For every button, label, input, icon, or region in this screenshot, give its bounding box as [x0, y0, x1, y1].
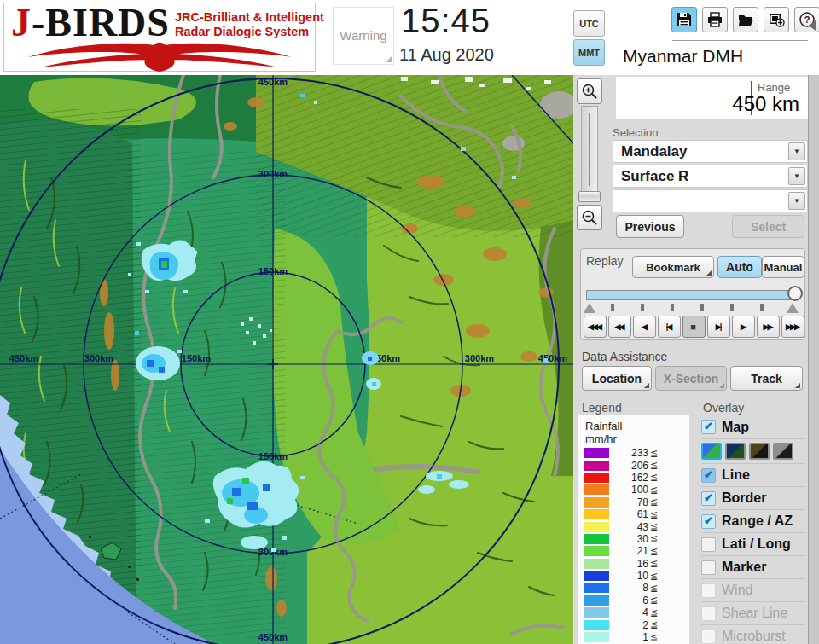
auto-button[interactable]: Auto	[717, 256, 762, 278]
wind-checkbox	[701, 583, 716, 598]
warning-label: Warning	[334, 28, 393, 43]
range-display: Range 450 km	[616, 77, 808, 119]
svg-text:150km: 150km	[182, 353, 211, 363]
map-style-terrain[interactable]	[701, 443, 722, 460]
step-forward-button[interactable]: ▶|	[707, 316, 730, 338]
logo-tagline-line1: JRC-Brilliant & Intelligent	[175, 10, 324, 25]
svg-text:300km: 300km	[258, 169, 288, 179]
border-checkbox[interactable]	[701, 491, 716, 506]
legend-swatch	[584, 595, 609, 606]
legend-entry: 8≦	[584, 582, 688, 594]
mmt-button[interactable]: MMT	[573, 39, 605, 66]
legend-swatch	[584, 448, 609, 458]
selection-label: Selection	[613, 126, 658, 139]
svg-text:450km: 450km	[258, 77, 288, 87]
jump-first-button[interactable]: ◀◀◀	[584, 316, 607, 338]
legend-entry: 21≦	[584, 545, 688, 557]
image-plus-icon	[768, 11, 785, 28]
overlay-item-range-az[interactable]: Range / AZ	[701, 509, 805, 532]
chevron-down-icon[interactable]: ▼	[788, 192, 805, 210]
extra-combo[interactable]: ▼	[613, 189, 808, 212]
slider-end-marker[interactable]	[787, 303, 799, 313]
legend-entry: 30≦	[584, 533, 688, 545]
line-checkbox[interactable]	[701, 468, 716, 483]
jump-last-button[interactable]: ▶▶▶	[781, 316, 804, 338]
play-button[interactable]: ▶	[732, 316, 755, 338]
step-back-button[interactable]: |◀	[658, 316, 681, 338]
zoom-slider-handle[interactable]	[578, 191, 601, 202]
track-button[interactable]: Track	[730, 366, 803, 391]
jbirds-logo: J-BIRDS JRC-Brilliant & Intelligent Rada…	[3, 3, 316, 72]
zoom-in-button[interactable]	[577, 78, 602, 104]
overlay-item-wind: Wind	[701, 578, 805, 601]
map-style-olive[interactable]	[749, 443, 770, 460]
legend-entry: 100≦	[584, 484, 688, 496]
overlay-item-line[interactable]: Line	[701, 463, 805, 486]
site-combo-value: Mandalay	[621, 143, 687, 160]
product-combo[interactable]: Surface R ▼	[613, 165, 808, 188]
fast-forward-button[interactable]: ▶▶	[757, 316, 780, 338]
radar-map[interactable]: 450km 300km 150km 150km 300km 450km 450k…	[0, 75, 573, 644]
range-az-checkbox[interactable]	[701, 514, 716, 529]
slider-start-marker[interactable]	[584, 303, 595, 313]
legend-swatch	[584, 534, 609, 544]
map-checkbox[interactable]	[701, 420, 716, 434]
panel-splitter[interactable]	[808, 75, 819, 644]
legend-swatch	[584, 473, 609, 483]
zoom-out-icon	[581, 209, 598, 226]
lati-long-checkbox[interactable]	[701, 537, 716, 552]
legend-entry: 78≦	[584, 496, 688, 508]
stop-button[interactable]: ■	[682, 316, 706, 338]
replay-slider-track[interactable]	[586, 290, 799, 300]
play-reverse-button[interactable]: ◀	[633, 316, 656, 338]
save-button[interactable]	[671, 7, 697, 32]
legend-swatch	[584, 497, 609, 508]
map-style-gray[interactable]	[773, 443, 793, 460]
replay-slider-handle[interactable]	[787, 286, 803, 301]
overlay-item-border[interactable]: Border	[701, 486, 805, 509]
site-combo[interactable]: Mandalay ▼	[613, 140, 808, 163]
chevron-down-icon[interactable]: ▼	[788, 142, 805, 160]
map-style-dark-blue[interactable]	[725, 443, 746, 460]
toolbar: ?	[671, 7, 819, 32]
utc-button[interactable]: UTC	[573, 10, 605, 37]
zoom-out-button[interactable]	[577, 205, 602, 230]
clock-time: 15:45	[401, 2, 491, 40]
open-folder-button[interactable]	[733, 7, 758, 32]
shear-line-checkbox	[701, 606, 716, 621]
bookmark-button[interactable]: Bookmark	[632, 256, 714, 278]
location-button[interactable]: Location	[582, 366, 652, 391]
fast-rewind-button[interactable]: ◀◀	[608, 316, 631, 338]
overlay-list: Map Line Border Range / AZ Lati / Long M…	[701, 415, 805, 644]
slider-tick	[760, 304, 764, 311]
folder-icon	[737, 11, 754, 28]
resize-grip-icon[interactable]	[386, 56, 392, 62]
replay-group: Replay Bookmark Auto Manual ◀◀◀ ◀◀ ◀ |◀ …	[580, 248, 805, 340]
marker-checkbox[interactable]	[701, 560, 716, 575]
capture-button[interactable]	[764, 7, 789, 32]
overlay-item-lati-long[interactable]: Lati / Long	[701, 532, 805, 555]
warning-selector[interactable]: Warning	[333, 7, 394, 65]
legend-entry: 6≦	[584, 595, 688, 606]
legend-unit-line1: Rainfall	[585, 420, 622, 432]
legend-entry: 1≦	[584, 631, 688, 643]
panel-collapse-arrow-icon[interactable]	[809, 20, 816, 31]
printer-icon	[706, 11, 723, 28]
data-assistance-label: Data Assistance	[582, 350, 667, 363]
rainfall-legend: Rainfall mm/hr 233≦ 206≦ 162≦ 100≦ 78≦ 6…	[578, 415, 689, 644]
previous-button[interactable]: Previous	[616, 215, 684, 238]
legend-swatch	[584, 509, 609, 519]
legend-entry: 16≦	[584, 558, 688, 570]
print-button[interactable]	[702, 7, 728, 32]
legend-swatch	[584, 632, 609, 642]
chevron-down-icon[interactable]: ▼	[788, 167, 805, 185]
legend-entry: 4≦	[584, 606, 688, 618]
replay-label: Replay	[586, 254, 624, 268]
overlay-item-marker[interactable]: Marker	[701, 555, 805, 578]
xsection-label: X-Section	[664, 372, 719, 386]
slider-tick	[671, 304, 674, 311]
overlay-item-map[interactable]: Map	[701, 415, 805, 438]
legend-swatch	[584, 522, 609, 532]
manual-button[interactable]: Manual	[762, 256, 804, 278]
legend-swatch	[584, 559, 609, 569]
